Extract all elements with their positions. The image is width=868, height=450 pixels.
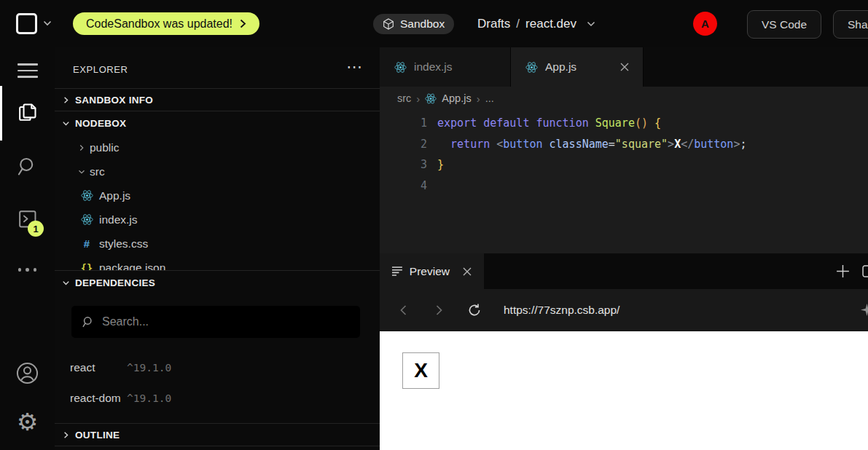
code-line[interactable]: 1export default function Square() {: [380, 113, 868, 134]
breadcrumb-file: App.js: [442, 92, 471, 104]
url-field[interactable]: https://77sznp.csb.app/: [504, 304, 619, 317]
vscode-button-label: VS Code: [762, 18, 807, 31]
chevron-down-icon: [60, 118, 71, 129]
package-react-dom[interactable]: react-dom ^19.1.0: [70, 387, 171, 409]
react-icon: [79, 189, 94, 202]
dependency-search-input[interactable]: [71, 306, 360, 338]
line-number: 2: [380, 138, 427, 151]
activity-bar: 1 ⚙: [0, 47, 55, 450]
share-button[interactable]: Share: [833, 10, 868, 39]
breadcrumb-more: ...: [485, 92, 494, 104]
add-devtool-icon[interactable]: [835, 264, 851, 279]
chevron-down-icon: [77, 167, 87, 177]
section-label: OUTLINE: [75, 430, 120, 441]
file-tree: publicsrcApp.jsindex.js#styles.css{}pack…: [55, 135, 380, 270]
line-number: 4: [380, 179, 427, 192]
update-pill-label: CodeSandbox was updated!: [86, 17, 232, 31]
breadcrumb-folder: Drafts: [477, 17, 510, 31]
back-icon[interactable]: [397, 304, 410, 317]
react-icon: [393, 61, 407, 74]
explorer-sidebar: EXPLORER ⋯ SANDBOX INFO NODEBOX publicsr…: [55, 47, 380, 450]
files-icon[interactable]: [0, 100, 55, 125]
react-icon: [425, 92, 437, 105]
tree-item-public[interactable]: public: [55, 135, 380, 159]
json-icon: {}: [79, 262, 94, 271]
chevron-down-icon: [60, 277, 71, 288]
update-notification-pill[interactable]: CodeSandbox was updated!: [73, 12, 259, 35]
code-line[interactable]: 3}: [380, 154, 868, 175]
section-label: SANDBOX INFO: [75, 95, 153, 106]
file-name: App.js: [99, 189, 130, 202]
tab-label: index.js: [414, 60, 453, 74]
tab-index-js[interactable]: index.js: [380, 47, 511, 87]
preview-tab-strip: Preview: [380, 253, 868, 289]
more-icon[interactable]: [0, 268, 55, 272]
settings-gear-icon[interactable]: ⚙: [0, 410, 55, 434]
preview-viewport: X: [380, 331, 868, 450]
section-nodebox[interactable]: NODEBOX: [55, 111, 380, 135]
tree-item-package-json[interactable]: {}package.json: [55, 256, 380, 270]
chevron-right-icon: [240, 19, 246, 28]
tab-preview[interactable]: Preview: [380, 253, 484, 289]
explorer-more-icon[interactable]: ⋯: [346, 58, 364, 76]
tree-item-app-js[interactable]: App.js: [55, 183, 380, 208]
top-bar: CodeSandbox was updated! Sandbox Drafts …: [0, 0, 868, 48]
sandbox-badge[interactable]: Sandbox: [373, 14, 454, 34]
menu-icon[interactable]: [0, 63, 55, 78]
section-dependencies[interactable]: DEPENDENCIES: [55, 271, 380, 294]
tree-item-src[interactable]: src: [55, 159, 380, 183]
chevron-down-icon[interactable]: [43, 20, 52, 26]
section-label: DEPENDENCIES: [75, 277, 155, 288]
sparkle-icon[interactable]: [861, 304, 868, 319]
layout-icon[interactable]: [862, 265, 868, 277]
file-name: package.json: [99, 261, 165, 271]
section-sandbox-info[interactable]: SANDBOX INFO: [55, 89, 380, 111]
refresh-icon[interactable]: [467, 303, 482, 317]
explorer-header: EXPLORER ⋯: [55, 56, 380, 84]
breadcrumb-separator: /: [516, 17, 520, 31]
react-icon: [79, 213, 94, 226]
line-number: 3: [380, 158, 427, 171]
close-icon[interactable]: [619, 62, 630, 72]
forward-icon[interactable]: [432, 304, 445, 317]
explorer-title: EXPLORER: [73, 64, 128, 75]
square-button[interactable]: X: [402, 352, 439, 389]
chevron-right-icon: ›: [416, 92, 420, 105]
tree-item-styles-css[interactable]: #styles.css: [55, 232, 380, 256]
chevron-right-icon: ›: [477, 92, 480, 105]
chevron-right-icon: [60, 430, 71, 441]
tab-app-js[interactable]: App.js: [511, 47, 644, 87]
codesandbox-logo[interactable]: [16, 13, 37, 34]
section-outline[interactable]: OUTLINE: [55, 424, 380, 446]
package-react[interactable]: react ^19.1.0: [70, 357, 171, 379]
divider: [55, 446, 380, 446]
preview-tab-label: Preview: [410, 265, 450, 278]
terminal-badge: 1: [28, 221, 44, 237]
chevron-down-icon: [587, 21, 595, 27]
share-button-label: Share: [848, 18, 868, 31]
close-icon[interactable]: [462, 267, 472, 277]
file-name: public: [90, 141, 120, 154]
tree-item-index-js[interactable]: index.js: [55, 208, 380, 232]
chevron-right-icon: [77, 143, 87, 153]
account-icon[interactable]: [0, 360, 55, 386]
vscode-button[interactable]: VS Code: [747, 10, 821, 39]
css-icon: #: [79, 237, 94, 250]
avatar[interactable]: A: [693, 12, 717, 36]
sandbox-badge-label: Sandbox: [400, 17, 445, 31]
breadcrumb-dir: src: [397, 92, 411, 104]
workspace-breadcrumb[interactable]: Drafts / react.dev: [477, 0, 595, 47]
react-icon: [524, 61, 539, 74]
breadcrumb-project: react.dev: [525, 17, 576, 31]
package-version: ^19.1.0: [127, 362, 171, 374]
tab-label: App.js: [545, 60, 576, 74]
code-line[interactable]: 2 return <button className="square">X</b…: [380, 134, 868, 155]
code-editor[interactable]: 1export default function Square() {2 ret…: [380, 110, 868, 256]
editor-panel: index.js App.js src › App.js › ... 1expo…: [380, 47, 868, 450]
editor-tab-strip: index.js App.js: [380, 47, 868, 87]
preview-nav-bar: https://77sznp.csb.app/: [380, 289, 868, 331]
code-line[interactable]: 4: [380, 175, 868, 197]
file-name: src: [90, 165, 105, 178]
editor-breadcrumb[interactable]: src › App.js › ...: [380, 87, 868, 110]
search-icon[interactable]: [0, 155, 55, 178]
